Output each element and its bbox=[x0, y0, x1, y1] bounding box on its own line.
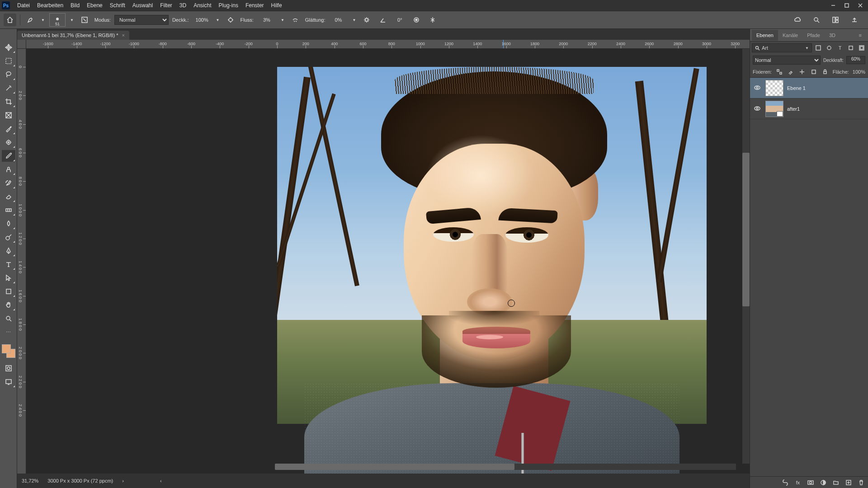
airbrush-icon[interactable] bbox=[289, 14, 302, 26]
close-icon[interactable]: × bbox=[122, 33, 124, 38]
layer-name[interactable]: Ebene 1 bbox=[787, 85, 806, 91]
menu-ansicht[interactable]: Ansicht bbox=[190, 0, 215, 10]
frame-tool[interactable] bbox=[2, 109, 15, 121]
chevron-down-icon[interactable]: ▼ bbox=[351, 18, 357, 22]
edit-toolbar-icon[interactable]: ⋯ bbox=[2, 326, 15, 338]
visibility-toggle-icon[interactable] bbox=[753, 105, 762, 113]
crop-tool[interactable] bbox=[2, 96, 15, 108]
clone-stamp-tool[interactable] bbox=[2, 164, 15, 175]
size-pressure-icon[interactable] bbox=[410, 14, 423, 26]
layer-mask-icon[interactable] bbox=[807, 479, 815, 487]
screen-mode-icon[interactable] bbox=[2, 376, 15, 388]
canvas[interactable] bbox=[26, 49, 750, 474]
menu-bild[interactable]: Bild bbox=[67, 0, 83, 10]
eyedropper-tool[interactable] bbox=[2, 123, 15, 135]
link-layers-icon[interactable] bbox=[781, 479, 789, 487]
scrollbar-thumb[interactable] bbox=[742, 153, 750, 306]
scrollbar-thumb[interactable] bbox=[275, 464, 514, 470]
opacity-pressure-icon[interactable] bbox=[224, 14, 237, 26]
chevron-down-icon[interactable]: ▼ bbox=[69, 18, 75, 22]
layer-thumbnail[interactable] bbox=[765, 101, 783, 117]
menu-ebene[interactable]: Ebene bbox=[83, 0, 106, 10]
tab-3d[interactable]: 3D bbox=[825, 30, 840, 41]
chevron-down-icon[interactable]: ▼ bbox=[280, 18, 285, 22]
layer-name[interactable]: after1 bbox=[787, 106, 800, 112]
adjustment-layer-icon[interactable] bbox=[819, 479, 827, 487]
document-tab[interactable]: Unbenannt-1 bei 31,7% (Ebene 1, RGB/8) *… bbox=[17, 31, 129, 40]
menu-auswahl[interactable]: Auswahl bbox=[129, 0, 156, 10]
menu-datei[interactable]: Datei bbox=[14, 0, 33, 10]
cloud-docs-icon[interactable] bbox=[791, 14, 804, 26]
filter-adjust-icon[interactable] bbox=[825, 43, 834, 52]
horizontal-scrollbar[interactable] bbox=[275, 464, 736, 472]
fill-value[interactable]: 100% bbox=[853, 69, 865, 75]
visibility-toggle-icon[interactable] bbox=[753, 84, 762, 92]
layer-row[interactable]: Ebene 1 bbox=[750, 78, 868, 99]
close-button[interactable] bbox=[854, 0, 867, 11]
layer-opacity-value[interactable]: 60% bbox=[846, 56, 865, 64]
path-select-tool[interactable] bbox=[2, 272, 15, 284]
hand-tool[interactable] bbox=[2, 299, 15, 311]
group-layers-icon[interactable] bbox=[832, 479, 840, 487]
history-brush-tool[interactable] bbox=[2, 177, 15, 189]
lasso-tool[interactable] bbox=[2, 69, 15, 80]
gradient-tool[interactable] bbox=[2, 204, 15, 216]
chevron-left-icon[interactable]: ‹ bbox=[160, 478, 162, 483]
home-button[interactable] bbox=[4, 14, 16, 26]
menu-bearbeiten[interactable]: Bearbeiten bbox=[33, 0, 67, 10]
chevron-down-icon[interactable]: ▼ bbox=[40, 18, 46, 22]
ruler-origin[interactable] bbox=[17, 40, 26, 49]
filter-pixel-icon[interactable] bbox=[814, 43, 823, 52]
search-icon[interactable] bbox=[810, 14, 823, 26]
new-layer-icon[interactable] bbox=[844, 479, 853, 487]
lock-transparency-icon[interactable] bbox=[775, 68, 783, 76]
brush-tool[interactable] bbox=[2, 150, 15, 162]
tab-kanale[interactable]: Kanäle bbox=[778, 30, 802, 41]
brush-panel-toggle-icon[interactable] bbox=[78, 14, 91, 26]
menu-fenster[interactable]: Fenster bbox=[242, 0, 268, 10]
layer-row[interactable]: after1 bbox=[750, 99, 868, 119]
ruler-horizontal[interactable]: -1600-1400-1200-1000-800-600-400-2000200… bbox=[26, 40, 750, 49]
lock-all-icon[interactable] bbox=[821, 68, 829, 76]
layer-filter-select[interactable]: Art ▼ bbox=[752, 43, 812, 52]
blur-tool[interactable] bbox=[2, 218, 15, 230]
lock-pixels-icon[interactable] bbox=[787, 68, 795, 76]
menu-filter[interactable]: Filter bbox=[156, 0, 176, 10]
tool-preset-icon[interactable] bbox=[24, 14, 37, 26]
foreground-color-swatch[interactable] bbox=[2, 344, 11, 353]
tab-pfade[interactable]: Pfade bbox=[802, 30, 825, 41]
move-tool[interactable] bbox=[2, 42, 15, 53]
smoothing-settings-icon[interactable] bbox=[360, 14, 373, 26]
zoom-tool[interactable] bbox=[2, 313, 15, 324]
blend-mode-select[interactable]: Normal bbox=[114, 15, 169, 25]
layer-blend-mode-select[interactable]: Normal bbox=[753, 56, 821, 65]
filter-shape-icon[interactable] bbox=[846, 43, 855, 52]
dodge-tool[interactable] bbox=[2, 231, 15, 243]
minimize-button[interactable] bbox=[826, 0, 840, 11]
opacity-value[interactable]: 100% bbox=[193, 17, 212, 23]
tab-ebenen[interactable]: Ebenen bbox=[752, 30, 778, 41]
quick-mask-icon[interactable] bbox=[2, 362, 15, 374]
lock-artboard-icon[interactable] bbox=[810, 68, 817, 76]
menu-3d[interactable]: 3D bbox=[176, 0, 190, 10]
brush-preview[interactable]: 51 bbox=[49, 13, 66, 27]
ruler-vertical[interactable]: 02 0 04 0 06 0 08 0 01 0 0 01 2 0 01 4 0… bbox=[17, 49, 26, 474]
workspace-icon[interactable] bbox=[829, 14, 842, 26]
pen-tool[interactable] bbox=[2, 245, 15, 257]
menu-plugins[interactable]: Plug-ins bbox=[215, 0, 242, 10]
filter-type-icon[interactable]: T bbox=[835, 43, 844, 52]
maximize-button[interactable] bbox=[840, 0, 854, 11]
vertical-scrollbar[interactable] bbox=[742, 49, 750, 464]
type-tool[interactable] bbox=[2, 258, 15, 270]
menu-schrift[interactable]: Schrift bbox=[106, 0, 129, 10]
lock-position-icon[interactable] bbox=[798, 68, 806, 76]
chevron-right-icon[interactable]: › bbox=[122, 478, 124, 483]
layer-style-icon[interactable]: fx bbox=[794, 479, 802, 487]
color-swatches[interactable] bbox=[2, 344, 15, 358]
share-icon[interactable] bbox=[848, 14, 861, 26]
symmetry-icon[interactable] bbox=[426, 14, 439, 26]
panel-menu-icon[interactable]: ≡ bbox=[854, 30, 866, 41]
marquee-tool[interactable] bbox=[2, 55, 15, 67]
layer-thumbnail[interactable] bbox=[765, 80, 783, 96]
eraser-tool[interactable] bbox=[2, 191, 15, 202]
